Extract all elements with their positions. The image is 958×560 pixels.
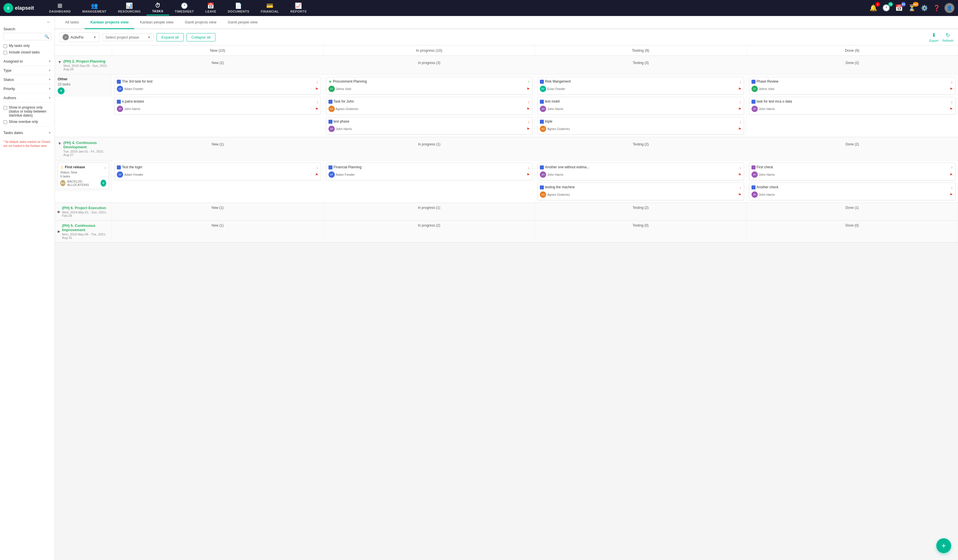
out-btn[interactable]: ⏳OUT bbox=[907, 3, 917, 13]
ph5-info: (PH) 5. Continuous Improvement Mon, 2019… bbox=[62, 224, 109, 240]
refresh-button[interactable]: ↻ Refresh bbox=[942, 32, 953, 42]
task-priority-t14: ↓ bbox=[739, 185, 741, 190]
sidebar-filter-status[interactable]: Status ▼ bbox=[3, 75, 51, 84]
task-name-t5: test phase bbox=[334, 119, 527, 124]
authors-label: Authors bbox=[3, 96, 16, 100]
task-card-t2[interactable]: a patra testare ↓ JH John Harris ⚑ bbox=[114, 97, 321, 114]
nav-dashboard-label: DASHBOARD bbox=[49, 10, 71, 13]
show-overdue-checkbox[interactable] bbox=[3, 120, 7, 124]
ph2-title[interactable]: (PH) 2. Project Planning bbox=[63, 59, 109, 63]
show-in-progress-label: Show in progress only (status or today b… bbox=[9, 105, 51, 117]
nav-reports[interactable]: 📈 REPORTS bbox=[285, 1, 312, 16]
closed-tasks-checkbox[interactable] bbox=[3, 51, 7, 55]
ph4-collapse-icon[interactable]: ▼ bbox=[58, 141, 62, 146]
task-assignee-t9: JV Johnx Void bbox=[752, 86, 774, 92]
nav-resourcing[interactable]: 📊 RESOURCING bbox=[112, 1, 146, 16]
timesheet-icon: 🕐 bbox=[181, 2, 188, 9]
task-type-icon-t16 bbox=[752, 186, 755, 189]
logo-icon: ε bbox=[3, 3, 13, 13]
collapse-all-button[interactable]: Collapse all bbox=[187, 33, 216, 41]
ph6-new-count: New (1) bbox=[112, 203, 324, 220]
ph6-expand-icon[interactable]: ▶ bbox=[58, 210, 60, 214]
my-tasks-checkbox[interactable] bbox=[3, 44, 7, 48]
assignee-name-t10: John Harris bbox=[759, 107, 775, 111]
flag-t16: ⚑ bbox=[949, 193, 953, 197]
task-name-t15: First check bbox=[757, 165, 950, 170]
nav-dashboard[interactable]: ⊞ DASHBOARD bbox=[43, 1, 76, 16]
project-avatar: A bbox=[63, 34, 69, 40]
nav-leave[interactable]: 📅 LEAVE bbox=[200, 1, 222, 16]
task-card-t13[interactable]: Another one without estima... ↓ JH John … bbox=[537, 163, 744, 180]
task-card-t4[interactable]: Task for John ↓ AG Agnes Gutierrez ⚑ bbox=[326, 97, 533, 114]
help-btn[interactable]: ❓ bbox=[932, 3, 941, 13]
ph4-title[interactable]: (PH) 4. Continuous Development bbox=[63, 141, 109, 149]
col-header-done: Done (9) bbox=[747, 45, 958, 56]
settings-btn[interactable]: ⚙️ bbox=[920, 3, 929, 13]
fab-add-button[interactable]: + bbox=[936, 538, 951, 553]
tab-kanban-projects[interactable]: Kanban projects view bbox=[84, 16, 134, 29]
phase-selector[interactable]: Select project phase ▼ bbox=[102, 33, 154, 41]
other-group-label: Other bbox=[58, 77, 109, 81]
task-card-t12[interactable]: Financial Planning ↓ AF Adam Feeder ⚑ bbox=[326, 163, 533, 180]
search-input[interactable] bbox=[5, 35, 44, 38]
tasks-dates-filter[interactable]: Tasks dates ▼ bbox=[3, 129, 51, 136]
timer-btn[interactable]: 🕐74 bbox=[881, 3, 891, 13]
logo[interactable]: ε elapseit bbox=[3, 3, 43, 13]
task-card-t16[interactable]: Another check ↓ JH John Harris ⚑ bbox=[749, 182, 956, 200]
show-in-progress-checkbox[interactable] bbox=[3, 106, 7, 110]
sidebar-filter-authors[interactable]: Authors ▼ bbox=[3, 94, 51, 103]
nav-documents[interactable]: 📄 DOCUMENTS bbox=[222, 1, 255, 16]
task-card-t10[interactable]: task for test inca o data ↓ JH John Harr… bbox=[749, 97, 956, 114]
other-new-cell: The 3rd task for test ↓ AF Adam Feeder ⚑ bbox=[112, 75, 324, 117]
task-card-t1[interactable]: The 3rd task for test ↓ AF Adam Feeder ⚑ bbox=[114, 77, 321, 95]
ph6-title[interactable]: (PH) 6. Project Execution bbox=[62, 206, 109, 210]
tasks-dates-section: Tasks dates ▼ bbox=[3, 126, 51, 136]
first-release-cell: ⚠ First release ↓ Status: New 6 tasks BA… bbox=[55, 160, 112, 192]
calendar-btn[interactable]: 📅84 bbox=[894, 3, 904, 13]
task-card-t14[interactable]: testing the machine ↓ AG Agnes Gutierrez… bbox=[537, 182, 744, 200]
kanban-row-first-release: ⚠ First release ↓ Status: New 6 tasks BA… bbox=[55, 160, 958, 203]
task-card-t11[interactable]: Test the login ↓ AF Adam Feeder ⚑ bbox=[114, 163, 321, 180]
sidebar-filter-assigned[interactable]: Assigned to ▼ bbox=[3, 57, 51, 66]
export-button[interactable]: ⬇ Export bbox=[929, 32, 939, 42]
type-label: Type bbox=[3, 68, 11, 73]
search-box: 🔍 bbox=[3, 33, 51, 40]
notification-btn[interactable]: 🔔1 bbox=[868, 3, 878, 13]
task-card-t5[interactable]: test phase ↓ JH John Harris ⚑ bbox=[326, 117, 533, 135]
sidebar-collapse-btn[interactable]: ← bbox=[3, 19, 51, 25]
assignee-name-t14: Agnes Gutierrez bbox=[547, 193, 570, 196]
task-type-icon-t11 bbox=[117, 165, 121, 170]
tab-kanban-people[interactable]: Kanban people view bbox=[134, 16, 179, 29]
task-card-t15[interactable]: First check ↑ JH John Harris ⚑ bbox=[749, 163, 956, 180]
sidebar-filter-type[interactable]: Type ▼ bbox=[3, 66, 51, 75]
show-overdue-label: Show overdue only bbox=[9, 120, 38, 124]
project-selector[interactable]: A ActivFix ▼ bbox=[59, 32, 99, 42]
nav-timesheet[interactable]: 🕐 TIMESHEET bbox=[169, 1, 200, 16]
phase-section-ph5: ▶ (PH) 5. Continuous Improvement Mon, 20… bbox=[55, 221, 958, 243]
ph2-collapse-icon[interactable]: ▼ bbox=[58, 60, 62, 64]
task-card-t9[interactable]: Phase Review ↓ JV Johnx Void ⚑ bbox=[749, 77, 956, 95]
expand-all-button[interactable]: Expand all bbox=[157, 33, 184, 41]
nav-tasks[interactable]: ⏱ TASKS bbox=[146, 1, 169, 16]
first-release-testing-cell: Another one without estima... ↓ JH John … bbox=[535, 160, 747, 203]
backlog-add-button[interactable]: + bbox=[100, 180, 106, 187]
user-avatar[interactable]: 👤 bbox=[944, 3, 955, 13]
task-card-t3[interactable]: ★ Procurement Planning ↑ JV Johnx Void ⚑ bbox=[326, 77, 533, 95]
task-card-t6[interactable]: Risk Mangement ↓ EF Evan Feeder ⚑ bbox=[537, 77, 744, 95]
task-card-t7[interactable]: test mobil ↓ JH John Harris ⚑ bbox=[537, 97, 744, 114]
ph5-title[interactable]: (PH) 5. Continuous Improvement bbox=[62, 224, 109, 232]
tab-all-tasks[interactable]: All tasks bbox=[59, 16, 84, 29]
nav-financial[interactable]: 💳 FINANCIAL bbox=[255, 1, 285, 16]
export-label: Export bbox=[929, 39, 939, 42]
task-assignee-t10: JH John Harris bbox=[752, 106, 775, 112]
tab-gantt-people[interactable]: Gantt people view bbox=[222, 16, 263, 29]
other-add-button[interactable]: + bbox=[58, 87, 65, 94]
nav-management[interactable]: 👥 MANAGEMENT bbox=[76, 1, 112, 16]
ph5-new-count: New (1) bbox=[112, 221, 324, 242]
flag-t2: ⚑ bbox=[315, 107, 319, 111]
first-release-card[interactable]: ⚠ First release ↓ Status: New 6 tasks BA… bbox=[58, 163, 109, 189]
ph5-expand-icon[interactable]: ▶ bbox=[58, 229, 60, 233]
sidebar-filter-priority[interactable]: Priority ▼ bbox=[3, 84, 51, 94]
tab-gantt-projects[interactable]: Gantt projects view bbox=[179, 16, 222, 29]
task-card-t8[interactable]: triple ↓ AG Agnes Gutierrez ⚑ bbox=[537, 117, 744, 135]
